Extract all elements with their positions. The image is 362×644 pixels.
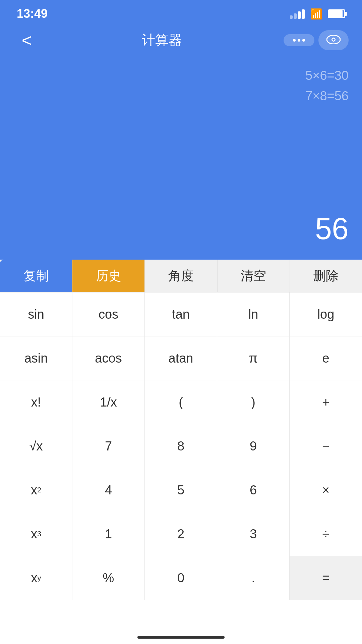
key-plus[interactable]: +: [290, 380, 362, 424]
keypad: sin cos tan ln log asin acos atan π e x!…: [0, 292, 362, 644]
page-title: 计算器: [142, 31, 182, 49]
key-1[interactable]: 1: [72, 512, 145, 556]
key-dot[interactable]: .: [217, 556, 290, 600]
history-line-1: 5×6=30: [13, 65, 349, 86]
key-atan[interactable]: atan: [145, 336, 217, 380]
key-e[interactable]: e: [290, 336, 362, 380]
keypad-row-6: x3 1 2 3 ÷: [0, 512, 362, 556]
key-open-paren[interactable]: (: [145, 380, 217, 424]
key-cube[interactable]: x3: [0, 512, 72, 556]
keypad-row-5: x2 4 5 6 ×: [0, 468, 362, 512]
current-result: 56: [13, 212, 349, 250]
history-button[interactable]: 历史: [72, 260, 145, 292]
key-3[interactable]: 3: [217, 512, 290, 556]
history-display: 5×6=30 7×8=56: [13, 62, 349, 106]
eye-icon: [326, 35, 341, 44]
battery-icon: [328, 9, 345, 18]
home-indicator: [137, 636, 225, 639]
key-6[interactable]: 6: [217, 468, 290, 512]
display-area: 5×6=30 7×8=56 56: [0, 55, 362, 260]
key-5[interactable]: 5: [145, 468, 217, 512]
key-equals[interactable]: =: [290, 556, 362, 600]
status-time: 13:49: [17, 7, 48, 21]
key-8[interactable]: 8: [145, 424, 217, 468]
delete-button[interactable]: 删除: [290, 260, 362, 292]
keypad-row-4: √x 7 8 9 −: [0, 424, 362, 468]
copy-button[interactable]: 复制: [0, 260, 72, 292]
key-minus[interactable]: −: [290, 424, 362, 468]
key-9[interactable]: 9: [217, 424, 290, 468]
wifi-icon: 📶: [310, 8, 322, 20]
keypad-row-3: x! 1/x ( ) +: [0, 380, 362, 424]
key-ln[interactable]: ln: [217, 292, 290, 336]
status-bar: 13:49 📶: [0, 0, 362, 25]
key-factorial[interactable]: x!: [0, 380, 72, 424]
key-sin[interactable]: sin: [0, 292, 72, 336]
degree-button[interactable]: 角度: [145, 260, 217, 292]
keypad-row-1: sin cos tan ln log: [0, 292, 362, 336]
key-2[interactable]: 2: [145, 512, 217, 556]
key-square[interactable]: x2: [0, 468, 72, 512]
more-button[interactable]: [284, 34, 314, 46]
history-line-2: 7×8=56: [13, 86, 349, 106]
key-cos[interactable]: cos: [72, 292, 145, 336]
key-acos[interactable]: acos: [72, 336, 145, 380]
eye-button[interactable]: [318, 30, 349, 50]
action-bar: 复制 历史 角度 清空 删除: [0, 260, 362, 292]
key-4[interactable]: 4: [72, 468, 145, 512]
back-button[interactable]: <: [13, 30, 40, 50]
key-multiply[interactable]: ×: [290, 468, 362, 512]
svg-point-2: [333, 39, 335, 41]
key-percent[interactable]: %: [72, 556, 145, 600]
key-reciprocal[interactable]: 1/x: [72, 380, 145, 424]
key-close-paren[interactable]: ): [217, 380, 290, 424]
status-right: 📶: [290, 8, 345, 20]
key-power[interactable]: xy: [0, 556, 72, 600]
key-0[interactable]: 0: [145, 556, 217, 600]
key-log[interactable]: log: [290, 292, 362, 336]
app-container: 13:49 📶 < 计算器: [0, 0, 362, 644]
keypad-row-7: xy % 0 . =: [0, 556, 362, 600]
clear-button[interactable]: 清空: [218, 260, 290, 292]
key-7[interactable]: 7: [72, 424, 145, 468]
key-sqrt[interactable]: √x: [0, 424, 72, 468]
key-tan[interactable]: tan: [145, 292, 217, 336]
key-asin[interactable]: asin: [0, 336, 72, 380]
key-divide[interactable]: ÷: [290, 512, 362, 556]
key-pi[interactable]: π: [217, 336, 290, 380]
nav-right: [284, 30, 349, 50]
keypad-row-2: asin acos atan π e: [0, 336, 362, 380]
signal-icon: [290, 9, 305, 19]
nav-bar: < 计算器: [0, 25, 362, 55]
